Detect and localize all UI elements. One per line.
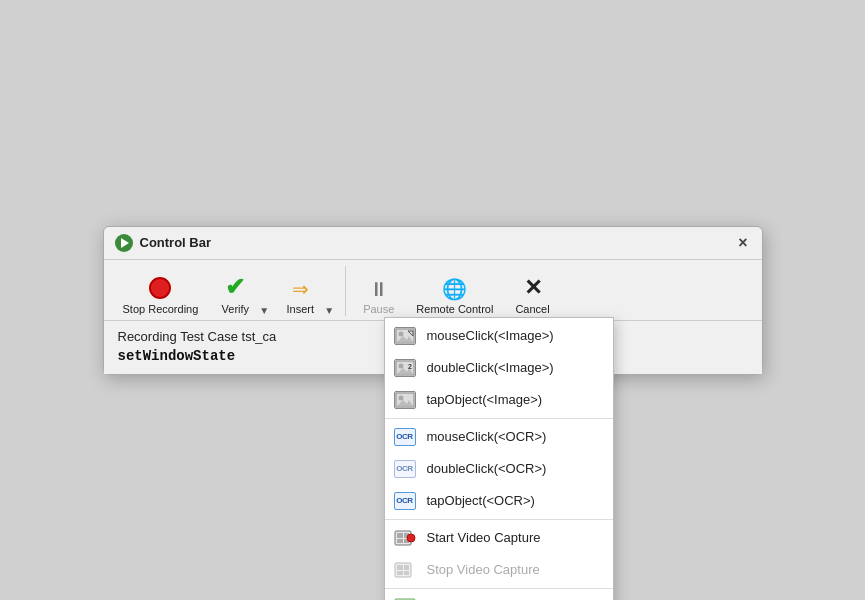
menu-item-doubleclick-image[interactable]: 2 doubleClick(<Image>) <box>385 352 613 384</box>
menu-item-mouseclick-ocr[interactable]: OCR mouseClick(<OCR>) <box>385 421 613 453</box>
svg-point-3 <box>398 331 403 336</box>
cancel-button[interactable]: ✕ Cancel <box>506 270 558 320</box>
remote-control-icon: 🌐 <box>442 277 467 301</box>
tapobject-ocr-label: tapObject(<OCR>) <box>427 493 535 508</box>
menu-item-start-video[interactable]: Start Video Capture <box>385 522 613 554</box>
stop-video-icon <box>393 558 417 582</box>
mouseclick-image-icon <box>393 324 417 348</box>
menu-item-doubleclick-ocr[interactable]: OCR doubleClick(<OCR>) <box>385 453 613 485</box>
doubleclick-ocr-label: doubleClick(<OCR>) <box>427 461 547 476</box>
pause-icon: ⏸ <box>369 278 389 301</box>
cancel-icon: ✕ <box>524 275 542 301</box>
menu-item-mouseclick-image[interactable]: mouseClick(<Image>) <box>385 320 613 352</box>
menu-separator-2 <box>385 519 613 520</box>
mouseclick-ocr-icon: OCR <box>393 425 417 449</box>
control-bar-window: Control Bar × Stop Recording ✔ Verify ▼ … <box>103 226 763 375</box>
insert-button[interactable]: ⇒ Insert <box>276 272 324 320</box>
stop-recording-button[interactable]: Stop Recording <box>114 270 208 320</box>
svg-rect-24 <box>404 571 409 575</box>
doubleclick-image-icon: 2 <box>393 356 417 380</box>
menu-separator-3 <box>385 588 613 589</box>
mouseclick-ocr-label: mouseClick(<OCR>) <box>427 429 547 444</box>
svg-rect-21 <box>397 565 403 570</box>
start-video-label: Start Video Capture <box>427 530 541 545</box>
verify-button[interactable]: ✔ Verify <box>211 268 259 320</box>
cancel-label: Cancel <box>515 303 549 315</box>
menu-separator-1 <box>385 418 613 419</box>
toolbar: Stop Recording ✔ Verify ▼ ⇒ Insert ▼ <box>104 260 762 321</box>
comment-icon <box>393 595 417 601</box>
tapobject-image-label: tapObject(<Image>) <box>427 392 543 407</box>
tapobject-image-icon <box>393 388 417 412</box>
verify-arrow[interactable]: ▼ <box>259 305 272 320</box>
doubleclick-image-label: doubleClick(<Image>) <box>427 360 554 375</box>
svg-text:2: 2 <box>408 363 412 370</box>
menu-item-tapobject-ocr[interactable]: OCR tapObject(<OCR>) <box>385 485 613 517</box>
verify-icon: ✔ <box>225 273 245 301</box>
stop-video-label: Stop Video Capture <box>427 562 540 577</box>
verify-dropdown-arrow-icon: ▼ <box>259 305 269 316</box>
svg-rect-15 <box>397 533 403 538</box>
insert-dropdown-menu: mouseClick(<Image>) 2 doubleClick(<Image… <box>384 317 614 601</box>
stop-recording-icon <box>147 275 173 301</box>
menu-item-stop-video[interactable]: Stop Video Capture <box>385 554 613 586</box>
title-bar-left: Control Bar <box>114 233 212 253</box>
insert-section: ⇒ Insert ▼ <box>276 272 337 320</box>
start-video-icon <box>393 526 417 550</box>
svg-rect-22 <box>397 571 403 575</box>
insert-icon: ⇒ <box>292 277 309 301</box>
window-title: Control Bar <box>140 235 212 250</box>
insert-dropdown-arrow-icon: ▼ <box>324 305 334 316</box>
pause-label: Pause <box>363 303 394 315</box>
insert-arrow[interactable]: ▼ <box>324 305 337 320</box>
stop-recording-label: Stop Recording <box>123 303 199 315</box>
toolbar-separator <box>345 266 346 316</box>
mouseclick-image-label: mouseClick(<Image>) <box>427 328 554 343</box>
app-icon <box>114 233 134 253</box>
verify-label: Verify <box>222 303 250 315</box>
remote-control-label: Remote Control <box>416 303 493 315</box>
svg-rect-16 <box>397 539 403 543</box>
tapobject-ocr-icon: OCR <box>393 489 417 513</box>
close-button[interactable]: × <box>734 234 751 252</box>
insert-label: Insert <box>286 303 314 315</box>
svg-rect-23 <box>404 565 409 570</box>
pause-button[interactable]: ⏸ Pause <box>354 273 403 320</box>
remote-control-button[interactable]: 🌐 Remote Control <box>407 272 502 320</box>
title-bar: Control Bar × <box>104 227 762 260</box>
menu-item-tapobject-image[interactable]: tapObject(<Image>) <box>385 384 613 416</box>
svg-point-19 <box>407 534 415 542</box>
menu-item-comment[interactable]: Comment <box>385 591 613 601</box>
doubleclick-ocr-icon: OCR <box>393 457 417 481</box>
svg-point-8 <box>398 363 403 368</box>
svg-point-12 <box>398 395 403 400</box>
verify-section: ✔ Verify ▼ <box>211 268 272 320</box>
